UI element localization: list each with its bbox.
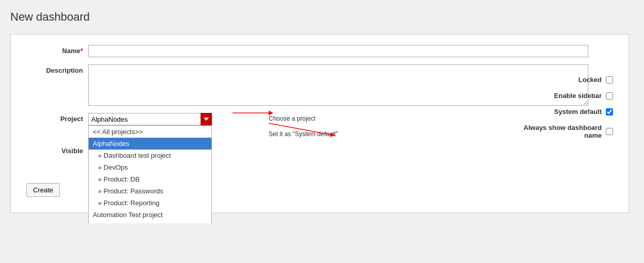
dropdown-item-automation-test[interactable]: Automation Test project [89, 209, 211, 221]
dropdown-item-devops[interactable]: » DevOps [89, 161, 211, 173]
project-dropdown-list: << All projects>>AlphaNodes» Dashboard t… [88, 125, 212, 223]
dropdown-item-product-passwords[interactable]: » Product: Passwords [89, 185, 211, 197]
always-show-checkbox[interactable] [606, 128, 613, 135]
project-input[interactable]: AlphaNodes [88, 113, 212, 125]
name-label: Name* [26, 45, 88, 55]
locked-label: Locked [578, 76, 602, 84]
enable-sidebar-label: Enable sidebar [554, 92, 602, 100]
dropdown-item-product-db[interactable]: » Product: DB [89, 173, 211, 185]
locked-checkbox[interactable] [606, 76, 613, 84]
required-marker: * [80, 47, 83, 55]
system-default-checkbox[interactable] [606, 108, 613, 116]
description-label: Description [26, 64, 88, 74]
annotation-text-block: Choose a project Set it as "System defau… [222, 113, 338, 138]
dropdown-item-budget-projects[interactable]: Budget Projects [89, 221, 211, 223]
locked-option-row: Locked [523, 76, 613, 84]
always-show-option-row: Always show dashboard name [523, 124, 613, 139]
dropdown-item-alphanodes[interactable]: AlphaNodes [89, 138, 211, 150]
name-input[interactable] [88, 45, 588, 57]
page-title: New dashboard [10, 10, 634, 24]
description-input[interactable] [88, 64, 588, 106]
annotation-line2: Set it as "System default" [269, 130, 338, 138]
system-default-label: System default [554, 108, 602, 116]
system-default-option-row: System default [523, 108, 613, 116]
project-select-wrapper: AlphaNodes << All projects>>AlphaNodes» … [88, 113, 212, 125]
enable-sidebar-checkbox[interactable] [606, 92, 613, 100]
project-area: AlphaNodes << All projects>>AlphaNodes» … [88, 113, 338, 138]
name-row: Name* [26, 45, 613, 57]
annotation-container: Choose a project Set it as "System defau… [222, 113, 338, 138]
enable-sidebar-option-row: Enable sidebar [523, 92, 613, 100]
right-options: Locked Enable sidebar System default Alw… [523, 76, 613, 139]
dropdown-item-product-reporting[interactable]: » Product: Reporting [89, 197, 211, 209]
form-container: Name* Description Project AlphaNodes << … [10, 34, 629, 213]
dropdown-item-all-projects[interactable]: << All projects>> [89, 126, 211, 138]
annotation-line1: Choose a project [269, 115, 338, 122]
create-button[interactable]: Create [26, 183, 60, 197]
project-label: Project [26, 113, 88, 123]
always-show-label: Always show dashboard name [523, 124, 602, 139]
project-dropdown-button[interactable] [201, 113, 212, 125]
visible-label: Visible [26, 145, 88, 155]
dropdown-item-dashboard-test-project[interactable]: » Dashboard test project [89, 150, 211, 161]
